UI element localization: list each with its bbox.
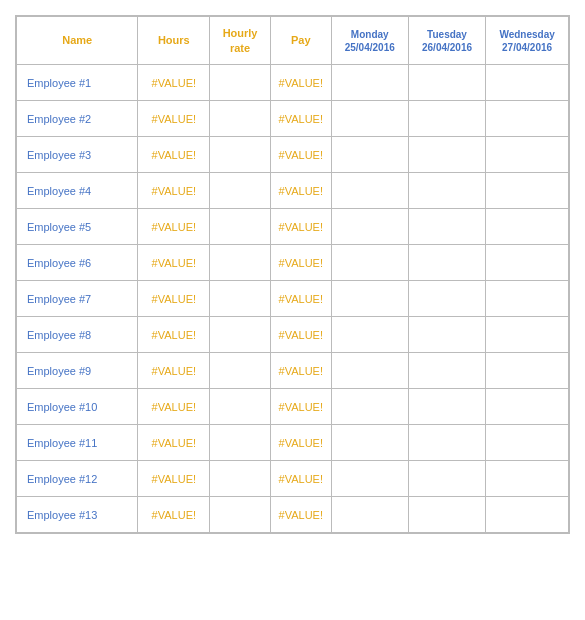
pay-value: #VALUE!	[270, 65, 331, 101]
hours-value: #VALUE!	[138, 353, 210, 389]
day-value	[331, 209, 408, 245]
hourly-rate-value	[210, 353, 271, 389]
hours-value: #VALUE!	[138, 389, 210, 425]
day-value	[408, 101, 485, 137]
day-value	[331, 173, 408, 209]
pay-value: #VALUE!	[270, 389, 331, 425]
hourly-rate-value	[210, 497, 271, 533]
day-value	[486, 65, 569, 101]
hours-value: #VALUE!	[138, 65, 210, 101]
day-value	[331, 281, 408, 317]
employee-name: Employee #13	[17, 497, 138, 533]
table-row: Employee #6#VALUE!#VALUE!	[17, 245, 569, 281]
day-value	[486, 173, 569, 209]
day-value	[408, 173, 485, 209]
pay-value: #VALUE!	[270, 101, 331, 137]
header-tuesday: Tuesday26/04/2016	[408, 17, 485, 65]
day-value	[486, 317, 569, 353]
employee-name: Employee #11	[17, 425, 138, 461]
day-value	[331, 497, 408, 533]
pay-value: #VALUE!	[270, 245, 331, 281]
hours-value: #VALUE!	[138, 425, 210, 461]
day-value	[408, 245, 485, 281]
day-value	[408, 497, 485, 533]
pay-value: #VALUE!	[270, 497, 331, 533]
pay-value: #VALUE!	[270, 461, 331, 497]
hours-value: #VALUE!	[138, 281, 210, 317]
day-value	[486, 425, 569, 461]
hourly-rate-value	[210, 281, 271, 317]
day-value	[408, 317, 485, 353]
hours-value: #VALUE!	[138, 173, 210, 209]
day-value	[331, 101, 408, 137]
hourly-rate-value	[210, 209, 271, 245]
day-value	[486, 245, 569, 281]
table-row: Employee #7#VALUE!#VALUE!	[17, 281, 569, 317]
hourly-rate-value	[210, 101, 271, 137]
hours-value: #VALUE!	[138, 317, 210, 353]
hourly-rate-value	[210, 245, 271, 281]
table-row: Employee #1#VALUE!#VALUE!	[17, 65, 569, 101]
day-value	[408, 461, 485, 497]
day-value	[486, 389, 569, 425]
hours-value: #VALUE!	[138, 101, 210, 137]
table-row: Employee #3#VALUE!#VALUE!	[17, 137, 569, 173]
hourly-rate-value	[210, 425, 271, 461]
hourly-rate-value	[210, 461, 271, 497]
pay-value: #VALUE!	[270, 209, 331, 245]
table-row: Employee #13#VALUE!#VALUE!	[17, 497, 569, 533]
day-value	[408, 353, 485, 389]
spreadsheet-table: Name Hours Hourlyrate Pay Monday25/04/20…	[15, 15, 570, 534]
hours-value: #VALUE!	[138, 461, 210, 497]
day-value	[486, 209, 569, 245]
day-value	[486, 497, 569, 533]
table-row: Employee #12#VALUE!#VALUE!	[17, 461, 569, 497]
hours-value: #VALUE!	[138, 245, 210, 281]
employee-name: Employee #3	[17, 137, 138, 173]
day-value	[408, 281, 485, 317]
employee-name: Employee #10	[17, 389, 138, 425]
pay-value: #VALUE!	[270, 173, 331, 209]
pay-value: #VALUE!	[270, 317, 331, 353]
table-row: Employee #8#VALUE!#VALUE!	[17, 317, 569, 353]
pay-value: #VALUE!	[270, 353, 331, 389]
header-name: Name	[17, 17, 138, 65]
employee-name: Employee #6	[17, 245, 138, 281]
header-monday: Monday25/04/2016	[331, 17, 408, 65]
day-value	[331, 389, 408, 425]
day-value	[486, 461, 569, 497]
day-value	[331, 137, 408, 173]
employee-name: Employee #8	[17, 317, 138, 353]
day-value	[408, 137, 485, 173]
header-hourly-rate: Hourlyrate	[210, 17, 271, 65]
table-row: Employee #2#VALUE!#VALUE!	[17, 101, 569, 137]
day-value	[331, 353, 408, 389]
day-value	[408, 389, 485, 425]
header-hours: Hours	[138, 17, 210, 65]
table-row: Employee #10#VALUE!#VALUE!	[17, 389, 569, 425]
table-row: Employee #4#VALUE!#VALUE!	[17, 173, 569, 209]
day-value	[331, 65, 408, 101]
day-value	[331, 317, 408, 353]
employee-name: Employee #2	[17, 101, 138, 137]
employee-name: Employee #4	[17, 173, 138, 209]
day-value	[408, 425, 485, 461]
day-value	[408, 65, 485, 101]
day-value	[331, 245, 408, 281]
employee-name: Employee #1	[17, 65, 138, 101]
day-value	[486, 137, 569, 173]
hourly-rate-value	[210, 317, 271, 353]
day-value	[486, 281, 569, 317]
employee-name: Employee #12	[17, 461, 138, 497]
hourly-rate-value	[210, 173, 271, 209]
header-pay: Pay	[270, 17, 331, 65]
employee-name: Employee #7	[17, 281, 138, 317]
hours-value: #VALUE!	[138, 497, 210, 533]
hourly-rate-value	[210, 137, 271, 173]
pay-value: #VALUE!	[270, 425, 331, 461]
hours-value: #VALUE!	[138, 137, 210, 173]
hourly-rate-value	[210, 389, 271, 425]
day-value	[331, 425, 408, 461]
pay-value: #VALUE!	[270, 137, 331, 173]
day-value	[408, 209, 485, 245]
